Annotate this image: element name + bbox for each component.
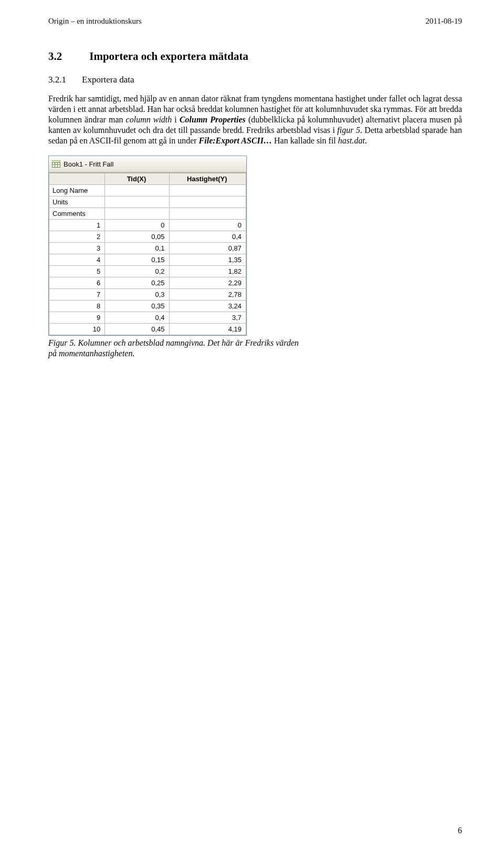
column-header-tid: Tid(X): [105, 173, 169, 185]
cell-y: 2,78: [169, 289, 246, 301]
subsection-number: 3.2.1: [48, 75, 66, 85]
column-header-row: Tid(X) Hastighet(Y): [49, 173, 246, 185]
cell: [169, 196, 246, 208]
table-row: 5 0,2 1,82: [49, 266, 246, 277]
cell: [105, 185, 169, 196]
para-italic: hast.dat: [338, 136, 365, 145]
row-number: 10: [49, 324, 105, 335]
row-number: 5: [49, 266, 105, 277]
label-row-longname: Long Name: [49, 185, 246, 196]
cell-x: 0,45: [105, 324, 169, 335]
origin-titlebar: Book1 - Fritt Fall: [49, 156, 246, 172]
row-label: Comments: [49, 208, 105, 220]
origin-window-title: Book1 - Fritt Fall: [64, 160, 113, 168]
row-label: Units: [49, 196, 105, 208]
cell-y: 0: [169, 220, 246, 231]
label-row-comments: Comments: [49, 208, 246, 220]
row-number: 2: [49, 231, 105, 243]
table-row: 8 0,35 3,24: [49, 301, 246, 312]
para-bold-italic: File:Export ASCII…: [199, 136, 272, 145]
figure-caption: Figur 5. Kolumner och arbetsblad namngiv…: [48, 338, 300, 358]
cell-x: 0,05: [105, 231, 169, 243]
section-number: 3.2: [48, 50, 62, 63]
origin-worksheet: Tid(X) Hastighet(Y) Long Name Units: [49, 172, 246, 335]
cell: [169, 208, 246, 220]
row-number: 4: [49, 254, 105, 266]
figure-5: Book1 - Fritt Fall Tid(X) Hastighet(Y): [48, 156, 462, 358]
label-row-units: Units: [49, 196, 246, 208]
section-heading: 3.2 Importera och exportera mätdata: [48, 50, 462, 63]
table-row: 1 0 0: [49, 220, 246, 231]
header-right: 2011-08-19: [426, 17, 462, 26]
table-row: 9 0,4 3,7: [49, 312, 246, 324]
cell-x: 0,1: [105, 243, 169, 254]
para-text: .: [365, 136, 367, 145]
header-left: Origin – en introduktionskurs: [48, 17, 142, 26]
row-number: 8: [49, 301, 105, 312]
subsection-heading: 3.2.1 Exportera data: [48, 75, 462, 85]
table-row: 4 0,15 1,35: [49, 254, 246, 266]
corner-cell: [49, 173, 105, 185]
table-row: 6 0,25 2,29: [49, 277, 246, 289]
section-title: Importera och exportera mätdata: [89, 50, 248, 63]
cell-y: 1,35: [169, 254, 246, 266]
cell-y: 4,19: [169, 324, 246, 335]
row-label: Long Name: [49, 185, 105, 196]
page: Origin – en introduktionskurs 2011-08-19…: [0, 0, 504, 849]
cell-y: 2,29: [169, 277, 246, 289]
origin-table: Tid(X) Hastighet(Y) Long Name Units: [49, 173, 246, 335]
row-number: 9: [49, 312, 105, 324]
row-number: 7: [49, 289, 105, 301]
origin-table-body: Long Name Units Comments: [49, 185, 246, 335]
para-text: Han kallade sin fil: [272, 136, 338, 145]
table-row: 7 0,3 2,78: [49, 289, 246, 301]
cell-x: 0,25: [105, 277, 169, 289]
table-row: 10 0,45 4,19: [49, 324, 246, 335]
para-italic: figur 5: [337, 126, 360, 134]
cell-x: 0,15: [105, 254, 169, 266]
page-number: 6: [458, 826, 462, 835]
cell-x: 0,2: [105, 266, 169, 277]
svg-rect-5: [52, 161, 60, 163]
cell: [169, 185, 246, 196]
worksheet-icon: [52, 160, 60, 168]
subsection-title: Exportera data: [82, 75, 134, 85]
row-number: 3: [49, 243, 105, 254]
cell-y: 0,87: [169, 243, 246, 254]
row-number: 6: [49, 277, 105, 289]
origin-workbook-window: Book1 - Fritt Fall Tid(X) Hastighet(Y): [48, 156, 247, 336]
para-bold-italic: Column Properties: [180, 115, 246, 124]
body-paragraph: Fredrik har samtidigt, med hjälp av en a…: [48, 94, 462, 146]
row-number: 1: [49, 220, 105, 231]
para-italic: column width: [126, 115, 172, 124]
cell-x: 0,35: [105, 301, 169, 312]
table-row: 3 0,1 0,87: [49, 243, 246, 254]
cell-y: 1,82: [169, 266, 246, 277]
column-header-hastighet: Hastighet(Y): [169, 173, 246, 185]
cell: [105, 208, 169, 220]
cell-y: 3,24: [169, 301, 246, 312]
page-header: Origin – en introduktionskurs 2011-08-19: [48, 17, 462, 26]
cell-x: 0: [105, 220, 169, 231]
cell: [105, 196, 169, 208]
table-row: 2 0,05 0,4: [49, 231, 246, 243]
cell-x: 0,4: [105, 312, 169, 324]
cell-y: 0,4: [169, 231, 246, 243]
para-text: i: [172, 115, 180, 124]
cell-y: 3,7: [169, 312, 246, 324]
cell-x: 0,3: [105, 289, 169, 301]
